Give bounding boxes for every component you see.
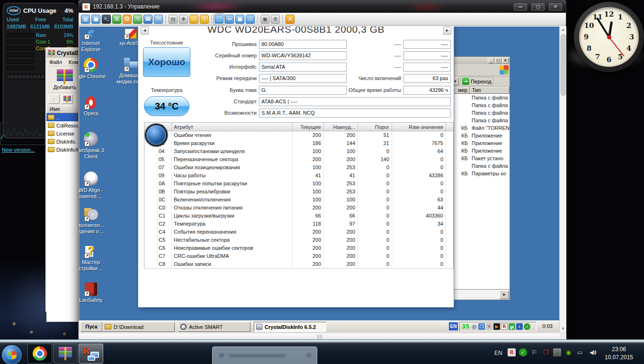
current-column-header[interactable]: Текущее <box>293 123 324 131</box>
view-fullscreen-icon[interactable]: ■ <box>235 15 244 24</box>
download-icon[interactable]: ↓ <box>516 323 523 330</box>
full-control-icon[interactable]: ■ <box>91 15 100 24</box>
explorer-row[interactable]: КБ Приложение <box>451 147 510 155</box>
view-stretch-icon[interactable]: ↔ <box>225 15 234 24</box>
radmin-server-icon[interactable]: R <box>508 348 516 356</box>
action-center-flag-icon[interactable]: ⚐ <box>530 348 538 356</box>
column-header-type[interactable]: Тип <box>470 87 510 94</box>
usb-eject-icon[interactable]: ✓ <box>553 348 561 356</box>
threshold-column-header[interactable]: Порог <box>358 123 392 131</box>
teamspeak-3-client[interactable]: ↗ amSpeak 3 Client <box>79 130 108 160</box>
voice-chat-icon[interactable]: ☎ <box>143 15 152 24</box>
separator[interactable] <box>257 15 258 23</box>
explorer-row[interactable]: Папка с файла <box>451 101 510 109</box>
minimize-button[interactable]: — <box>514 3 527 10</box>
tools-icon[interactable]: ⚙ <box>271 15 280 24</box>
network-icon[interactable]: ▭ <box>576 348 584 356</box>
multi-window-icon[interactable]: ▣ <box>260 15 269 24</box>
vertical-scrollbar[interactable]: ▲ ▼ <box>559 27 566 332</box>
explorer-row[interactable]: КБ Приложение <box>451 132 510 139</box>
minimize-button[interactable]: _ <box>488 58 494 64</box>
clock-gadget[interactable]: 121234567891011 <box>574 2 644 72</box>
add-archive-button[interactable]: Добавить <box>49 69 80 90</box>
start-button[interactable]: Пуск <box>80 322 102 332</box>
explorer-row[interactable]: Папка с файла <box>451 117 510 124</box>
next-disk-button[interactable]: ► <box>443 27 451 35</box>
scroll-up-arrow[interactable]: ▲ <box>560 27 566 33</box>
menu-commands[interactable]: Ком <box>69 59 78 65</box>
view-screen-icon[interactable]: ▦ <box>81 15 90 24</box>
explorer-row[interactable]: Папка с файла <box>451 94 510 101</box>
lansafety[interactable]: ↗ LanSafety <box>79 280 108 303</box>
network-error-icon[interactable]: ✕ <box>486 323 492 330</box>
explorer-titlebar[interactable]: _ □ × <box>451 57 510 64</box>
shutdown-icon[interactable]: O <box>123 15 132 24</box>
taskbar-chrome-button[interactable] <box>27 344 52 364</box>
utorrent-icon[interactable]: µ <box>509 323 515 330</box>
taskbar-winrar-button[interactable] <box>53 344 78 364</box>
taskbar-button[interactable]: D:\Download <box>102 322 175 332</box>
scroll-right-arrow[interactable]: ► <box>500 291 509 299</box>
previous-disk-button[interactable]: ◄ <box>141 27 149 35</box>
google-chrome[interactable]: ↗ ogle Chrome <box>79 56 108 80</box>
opera[interactable]: ↗ Opera <box>79 93 108 117</box>
attribute-column-header[interactable]: Атрибут <box>172 123 293 131</box>
language-indicator[interactable]: EN <box>449 322 458 330</box>
maximize-button[interactable]: ▢ <box>531 3 545 10</box>
explorer-horizontal-scrollbar[interactable]: ► <box>451 289 510 300</box>
remote-clock[interactable]: 0:03 <box>543 323 553 329</box>
explorer-row[interactable]: КБ Параметры ко <box>451 170 510 177</box>
separator[interactable] <box>282 15 283 23</box>
temp-monitor-icon[interactable]: 35 <box>461 323 470 330</box>
telnet-icon[interactable]: >_ <box>102 15 111 24</box>
send-message-icon[interactable]: ✉ <box>154 15 163 24</box>
taskbar-radmin-button[interactable]: R <box>79 344 103 364</box>
player-icon[interactable]: ▶ <box>493 323 500 330</box>
go-button[interactable]: → Переход <box>460 77 493 86</box>
maximize-button[interactable]: □ <box>495 58 501 64</box>
taskbar-clock[interactable]: 23:06 10.07.2015 <box>596 346 642 362</box>
setup-wizard[interactable]: ? ↗ Мастер стройки ... <box>79 242 108 272</box>
additional-info[interactable]: ↗ полнител... едения о ... <box>79 205 108 235</box>
language-indicator[interactable]: EN <box>494 350 502 356</box>
close-button[interactable]: ✕ <box>549 3 562 10</box>
antivirus-icon[interactable]: ✓ <box>519 348 527 356</box>
separator[interactable] <box>211 15 212 23</box>
separator[interactable] <box>165 15 166 23</box>
search-icon[interactable]: ◎ <box>471 323 477 330</box>
scrollbar-thumb[interactable] <box>561 34 566 96</box>
close-session-icon[interactable]: × <box>286 15 295 24</box>
explorer-row[interactable]: Папка с файла <box>451 162 510 170</box>
text-chat-icon[interactable]: ✎ <box>133 15 142 24</box>
file-transfer-icon[interactable]: ⇅ <box>112 15 121 24</box>
nvidia-icon[interactable]: ◉ <box>564 348 572 356</box>
view-normal-icon[interactable]: ▢ <box>215 15 224 24</box>
archive-button[interactable] <box>62 94 73 104</box>
worst-column-header[interactable]: Наихуд... <box>324 123 358 131</box>
close-button[interactable]: × <box>502 58 509 64</box>
connect-through-icon[interactable]: ❖ <box>179 15 188 24</box>
menu-file[interactable]: Файл <box>49 59 62 65</box>
horizontal-scrollbar[interactable] <box>79 333 559 340</box>
new-version-link[interactable]: New version... <box>2 147 35 153</box>
export-icon[interactable]: ↑ <box>200 15 209 24</box>
taskbar-button[interactable]: CrystalDiskInfo 6.5.2 <box>254 322 326 332</box>
network-places-icon[interactable]: ❒ <box>478 323 485 330</box>
up-folder-button[interactable]: ↑ <box>48 94 60 104</box>
scrollbar-grip[interactable] <box>317 335 322 339</box>
radmin-titlebar[interactable]: R 192.168.1.3 - Управление — ▢ ✕ <box>79 0 566 13</box>
internet-explorer[interactable]: e ↗ Internet Explorer <box>79 27 108 53</box>
virtu-icon[interactable]: ❐ <box>542 348 550 356</box>
explorer-row[interactable]: КБ Файл "TORREN <box>451 124 510 132</box>
explorer-row[interactable]: Папка с файла <box>451 109 510 117</box>
radmin-server-icon[interactable]: R <box>501 323 508 330</box>
view-fullscreen-stretch-icon[interactable]: ◎ <box>246 15 255 24</box>
taskbar-button[interactable]: Active SMART <box>178 322 250 332</box>
antivirus-ok-icon[interactable]: ✓ <box>524 323 530 330</box>
scroll-down-arrow[interactable]: ▼ <box>560 326 566 332</box>
wd-align[interactable]: ↗ WD Align - owered ... <box>79 170 108 200</box>
explorer-row[interactable]: КБ Пакет устано <box>451 155 510 162</box>
start-orb[interactable] <box>2 345 22 364</box>
raw-column-header[interactable]: Raw-значения <box>392 123 446 131</box>
import-icon[interactable]: ↓ <box>189 15 198 24</box>
